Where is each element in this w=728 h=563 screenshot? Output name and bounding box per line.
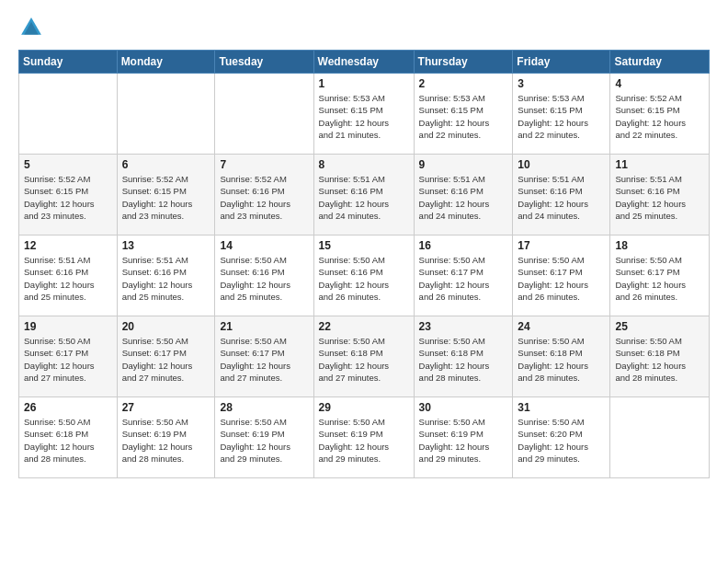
week-row-4: 19Sunrise: 5:50 AMSunset: 6:17 PMDayligh…: [19, 316, 710, 397]
day-number: 12: [24, 239, 112, 252]
day-info: Sunrise: 5:52 AMSunset: 6:15 PMDaylight:…: [24, 173, 112, 222]
week-row-2: 5Sunrise: 5:52 AMSunset: 6:15 PMDaylight…: [19, 155, 710, 236]
day-info: Sunrise: 5:53 AMSunset: 6:15 PMDaylight:…: [419, 92, 508, 141]
day-number: 7: [220, 158, 308, 171]
day-cell: 13Sunrise: 5:51 AMSunset: 6:16 PMDayligh…: [117, 236, 215, 316]
logo-icon: [18, 15, 44, 40]
day-info: Sunrise: 5:52 AMSunset: 6:15 PMDaylight:…: [122, 173, 210, 222]
day-cell: [215, 74, 313, 155]
day-cell: 15Sunrise: 5:50 AMSunset: 6:16 PMDayligh…: [313, 236, 414, 316]
day-cell: 8Sunrise: 5:51 AMSunset: 6:16 PMDaylight…: [313, 155, 414, 236]
header: [18, 15, 710, 40]
day-number: 19: [24, 320, 112, 333]
day-number: 25: [615, 320, 704, 333]
day-info: Sunrise: 5:51 AMSunset: 6:16 PMDaylight:…: [24, 254, 112, 303]
day-cell: 11Sunrise: 5:51 AMSunset: 6:16 PMDayligh…: [610, 155, 710, 236]
day-number: 18: [615, 239, 704, 252]
day-number: 2: [419, 77, 508, 90]
day-cell: 28Sunrise: 5:50 AMSunset: 6:19 PMDayligh…: [215, 397, 313, 478]
day-cell: 10Sunrise: 5:51 AMSunset: 6:16 PMDayligh…: [513, 155, 610, 236]
day-info: Sunrise: 5:50 AMSunset: 6:18 PMDaylight:…: [615, 335, 704, 384]
day-number: 9: [419, 158, 508, 171]
day-cell: 1Sunrise: 5:53 AMSunset: 6:15 PMDaylight…: [313, 74, 414, 155]
logo: [18, 15, 48, 40]
day-cell: 26Sunrise: 5:50 AMSunset: 6:18 PMDayligh…: [19, 397, 118, 478]
day-number: 6: [122, 158, 210, 171]
day-info: Sunrise: 5:50 AMSunset: 6:19 PMDaylight:…: [122, 416, 210, 465]
day-number: 13: [122, 239, 210, 252]
day-cell: 24Sunrise: 5:50 AMSunset: 6:18 PMDayligh…: [513, 316, 610, 397]
day-number: 10: [518, 158, 605, 171]
day-number: 11: [615, 158, 704, 171]
day-number: 30: [419, 401, 508, 414]
day-cell: 17Sunrise: 5:50 AMSunset: 6:17 PMDayligh…: [513, 236, 610, 316]
day-cell: [610, 397, 710, 478]
header-cell-thursday: Thursday: [414, 51, 513, 74]
day-cell: 25Sunrise: 5:50 AMSunset: 6:18 PMDayligh…: [610, 316, 710, 397]
day-info: Sunrise: 5:50 AMSunset: 6:17 PMDaylight:…: [122, 335, 210, 384]
day-cell: 19Sunrise: 5:50 AMSunset: 6:17 PMDayligh…: [19, 316, 118, 397]
day-info: Sunrise: 5:53 AMSunset: 6:15 PMDaylight:…: [319, 92, 409, 141]
day-cell: 7Sunrise: 5:52 AMSunset: 6:16 PMDaylight…: [215, 155, 313, 236]
day-info: Sunrise: 5:50 AMSunset: 6:18 PMDaylight:…: [319, 335, 409, 384]
header-cell-wednesday: Wednesday: [313, 51, 414, 74]
day-cell: 6Sunrise: 5:52 AMSunset: 6:15 PMDaylight…: [117, 155, 215, 236]
week-row-5: 26Sunrise: 5:50 AMSunset: 6:18 PMDayligh…: [19, 397, 710, 478]
day-cell: 16Sunrise: 5:50 AMSunset: 6:17 PMDayligh…: [414, 236, 513, 316]
day-number: 3: [518, 77, 605, 90]
header-cell-monday: Monday: [117, 51, 215, 74]
day-info: Sunrise: 5:52 AMSunset: 6:16 PMDaylight:…: [220, 173, 308, 222]
day-number: 20: [122, 320, 210, 333]
day-number: 22: [319, 320, 409, 333]
day-cell: 29Sunrise: 5:50 AMSunset: 6:19 PMDayligh…: [313, 397, 414, 478]
day-cell: 4Sunrise: 5:52 AMSunset: 6:15 PMDaylight…: [610, 74, 710, 155]
day-info: Sunrise: 5:50 AMSunset: 6:18 PMDaylight:…: [419, 335, 508, 384]
day-info: Sunrise: 5:50 AMSunset: 6:19 PMDaylight:…: [220, 416, 308, 465]
header-cell-sunday: Sunday: [19, 51, 118, 74]
day-number: 16: [419, 239, 508, 252]
day-info: Sunrise: 5:53 AMSunset: 6:15 PMDaylight:…: [518, 92, 605, 141]
day-info: Sunrise: 5:52 AMSunset: 6:15 PMDaylight:…: [615, 92, 704, 141]
day-info: Sunrise: 5:50 AMSunset: 6:17 PMDaylight:…: [419, 254, 508, 303]
day-info: Sunrise: 5:50 AMSunset: 6:19 PMDaylight:…: [319, 416, 409, 465]
header-cell-tuesday: Tuesday: [215, 51, 313, 74]
day-cell: 5Sunrise: 5:52 AMSunset: 6:15 PMDaylight…: [19, 155, 118, 236]
day-info: Sunrise: 5:51 AMSunset: 6:16 PMDaylight:…: [122, 254, 210, 303]
day-info: Sunrise: 5:51 AMSunset: 6:16 PMDaylight:…: [518, 173, 605, 222]
day-cell: [19, 74, 118, 155]
day-cell: 27Sunrise: 5:50 AMSunset: 6:19 PMDayligh…: [117, 397, 215, 478]
day-number: 23: [419, 320, 508, 333]
day-cell: 2Sunrise: 5:53 AMSunset: 6:15 PMDaylight…: [414, 74, 513, 155]
day-info: Sunrise: 5:51 AMSunset: 6:16 PMDaylight:…: [419, 173, 508, 222]
day-info: Sunrise: 5:50 AMSunset: 6:20 PMDaylight:…: [518, 416, 605, 465]
week-row-1: 1Sunrise: 5:53 AMSunset: 6:15 PMDaylight…: [19, 74, 710, 155]
header-row: SundayMondayTuesdayWednesdayThursdayFrid…: [19, 51, 710, 74]
day-number: 5: [24, 158, 112, 171]
header-cell-saturday: Saturday: [610, 51, 710, 74]
day-number: 17: [518, 239, 605, 252]
day-cell: 14Sunrise: 5:50 AMSunset: 6:16 PMDayligh…: [215, 236, 313, 316]
day-number: 31: [518, 401, 605, 414]
day-number: 21: [220, 320, 308, 333]
day-number: 26: [24, 401, 112, 414]
day-info: Sunrise: 5:51 AMSunset: 6:16 PMDaylight:…: [615, 173, 704, 222]
day-cell: 31Sunrise: 5:50 AMSunset: 6:20 PMDayligh…: [513, 397, 610, 478]
day-info: Sunrise: 5:50 AMSunset: 6:16 PMDaylight:…: [319, 254, 409, 303]
day-number: 29: [319, 401, 409, 414]
day-number: 15: [319, 239, 409, 252]
day-number: 4: [615, 77, 704, 90]
day-cell: 30Sunrise: 5:50 AMSunset: 6:19 PMDayligh…: [414, 397, 513, 478]
day-info: Sunrise: 5:50 AMSunset: 6:19 PMDaylight:…: [419, 416, 508, 465]
day-info: Sunrise: 5:50 AMSunset: 6:17 PMDaylight:…: [24, 335, 112, 384]
page: SundayMondayTuesdayWednesdayThursdayFrid…: [0, 0, 728, 493]
day-info: Sunrise: 5:50 AMSunset: 6:17 PMDaylight:…: [518, 254, 605, 303]
day-cell: 21Sunrise: 5:50 AMSunset: 6:17 PMDayligh…: [215, 316, 313, 397]
day-number: 28: [220, 401, 308, 414]
day-cell: 22Sunrise: 5:50 AMSunset: 6:18 PMDayligh…: [313, 316, 414, 397]
day-number: 8: [319, 158, 409, 171]
day-info: Sunrise: 5:50 AMSunset: 6:18 PMDaylight:…: [24, 416, 112, 465]
day-cell: 3Sunrise: 5:53 AMSunset: 6:15 PMDaylight…: [513, 74, 610, 155]
week-row-3: 12Sunrise: 5:51 AMSunset: 6:16 PMDayligh…: [19, 236, 710, 316]
header-cell-friday: Friday: [513, 51, 610, 74]
calendar: SundayMondayTuesdayWednesdayThursdayFrid…: [18, 50, 710, 478]
